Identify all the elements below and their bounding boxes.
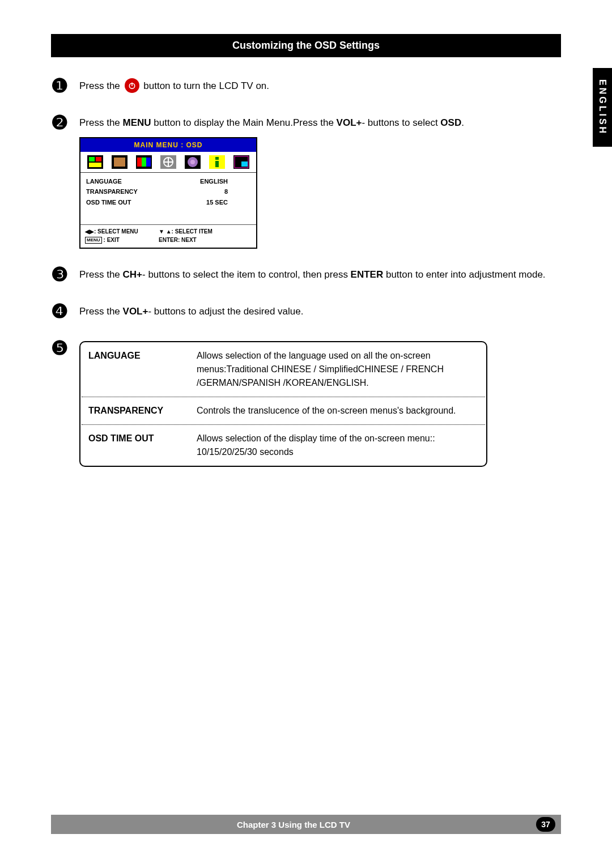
section-title: Customizing the OSD Settings xyxy=(51,34,561,57)
menu-icon xyxy=(112,155,128,169)
table-row: LANGUAGE Allows selection of the languag… xyxy=(82,343,485,395)
rgb-icon xyxy=(136,155,152,169)
page-footer: Chapter 3 Using the LCD TV 37 xyxy=(51,815,561,834)
language-tab: ENGLISH xyxy=(593,68,612,147)
setup-icon xyxy=(185,155,201,169)
step-1: ❶ Press the button to turn the LCD TV on… xyxy=(51,74,561,97)
pip-icon xyxy=(233,155,249,169)
info-icon xyxy=(209,155,225,169)
svg-rect-5 xyxy=(89,163,101,167)
table-row: TRANSPARENCY Controls the translucence o… xyxy=(82,398,485,423)
svg-rect-10 xyxy=(142,158,146,167)
step-5: ❺ LANGUAGE Allows selection of the langu… xyxy=(51,337,561,467)
table-row: OSD TIME OUT Allows selection of the dis… xyxy=(82,426,485,465)
svg-rect-20 xyxy=(215,157,219,160)
step-num-1: ❶ xyxy=(51,74,79,97)
step-3: ❸ Press the CH+- buttons to select the i… xyxy=(51,263,561,286)
step-num-5: ❺ xyxy=(51,337,79,359)
osd-icon-row xyxy=(80,152,256,173)
step1-post: button to turn the LCD TV on. xyxy=(143,80,269,91)
power-icon xyxy=(125,78,139,93)
step-4: ❹ Press the VOL+- buttons to adjust the … xyxy=(51,300,561,322)
step-num-3: ❸ xyxy=(51,263,79,286)
step-num-2: ❷ xyxy=(51,111,79,134)
page-number: 37 xyxy=(536,817,555,832)
step1-pre: Press the xyxy=(79,80,123,91)
step-2: ❷ Press the MENU button to display the M… xyxy=(51,111,561,249)
picture-icon xyxy=(87,155,103,169)
svg-rect-21 xyxy=(215,161,219,167)
svg-rect-9 xyxy=(137,158,142,167)
step-num-4: ❹ xyxy=(51,300,79,322)
svg-rect-4 xyxy=(96,157,101,161)
footer-text: Chapter 3 Using the LCD TV xyxy=(51,820,536,829)
osd-menu-mockup: MAIN MENU : OSD LANGUAGEENGLISH TRANSPAR… xyxy=(79,137,257,249)
svg-rect-24 xyxy=(241,161,248,167)
svg-point-18 xyxy=(190,160,195,164)
description-table: LANGUAGE Allows selection of the languag… xyxy=(79,341,487,467)
position-icon xyxy=(160,155,176,169)
osd-title: MAIN MENU : OSD xyxy=(80,138,256,152)
svg-rect-3 xyxy=(89,157,95,161)
svg-rect-7 xyxy=(114,158,125,167)
svg-rect-11 xyxy=(146,158,151,167)
